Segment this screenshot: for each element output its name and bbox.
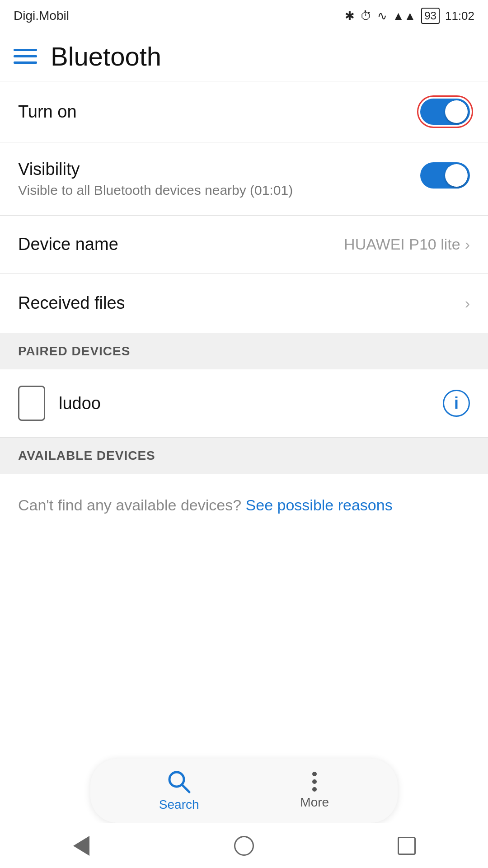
chevron-icon: › (465, 236, 470, 253)
app-bar: Bluetooth (0, 32, 488, 81)
nav-search-button[interactable]: Search (159, 769, 199, 812)
visibility-sublabel: Visible to all Bluetooth devices nearby … (18, 183, 293, 198)
bottom-nav-bar: Search More (90, 759, 398, 823)
see-possible-reasons-link[interactable]: See possible reasons (246, 496, 393, 514)
device-name-row[interactable]: Device name HUAWEI P10 lite › (0, 216, 488, 274)
visibility-label: Visibility (18, 160, 293, 179)
received-files-row[interactable]: Received files › (0, 274, 488, 333)
battery-indicator: 93 (421, 8, 440, 24)
home-button[interactable] (226, 828, 262, 864)
alarm-icon: ⏱ (360, 9, 372, 23)
home-icon (234, 836, 254, 856)
device-name-value: HUAWEI P10 lite › (344, 236, 470, 253)
back-button[interactable] (63, 828, 99, 864)
visibility-text-block: Visibility Visible to all Bluetooth devi… (18, 160, 293, 198)
more-icon (312, 772, 317, 792)
carrier-label: Digi.Mobil (14, 9, 69, 23)
no-devices-message: Can't find any available devices? See po… (0, 474, 488, 537)
visibility-toggle[interactable] (420, 162, 470, 189)
nav-more-button[interactable]: More (300, 772, 329, 810)
page-title: Bluetooth (51, 41, 161, 71)
received-files-label: Received files (18, 293, 125, 313)
signal-icon: ▲▲ (393, 9, 416, 23)
toggle-track-vis (420, 162, 470, 189)
paired-devices-section-header: PAIRED DEVICES (0, 333, 488, 369)
wifi-icon: ∿ (377, 9, 387, 23)
svg-line-1 (182, 785, 189, 792)
hamburger-menu-button[interactable] (14, 49, 37, 64)
time-label: 11:02 (445, 9, 474, 23)
status-icons: ✱ ⏱ ∿ ▲▲ 93 11:02 (345, 8, 474, 24)
toggle-thumb-vis (445, 164, 468, 187)
turn-on-row[interactable]: Turn on (0, 81, 488, 142)
status-bar: Digi.Mobil ✱ ⏱ ∿ ▲▲ 93 11:02 (0, 0, 488, 32)
recents-button[interactable] (389, 828, 425, 864)
back-icon (73, 836, 89, 856)
turn-on-toggle[interactable] (420, 99, 470, 125)
device-phone-icon (18, 386, 45, 421)
bluetooth-status-icon: ✱ (345, 9, 355, 23)
device-info-button[interactable]: i (443, 390, 470, 417)
received-chevron-icon: › (465, 294, 470, 312)
search-nav-label: Search (159, 797, 199, 812)
available-devices-section-header: AVAILABLE DEVICES (0, 438, 488, 474)
turn-on-label: Turn on (18, 102, 77, 122)
toggle-track (420, 99, 470, 125)
visibility-row[interactable]: Visibility Visible to all Bluetooth devi… (0, 142, 488, 216)
toggle-thumb (445, 100, 468, 123)
system-nav-bar (0, 823, 488, 868)
more-nav-label: More (300, 795, 329, 810)
search-icon (167, 769, 191, 794)
device-name-label: Device name (18, 235, 118, 254)
paired-device-name: ludoo (59, 394, 101, 413)
paired-device-item[interactable]: ludoo i (0, 369, 488, 438)
recents-icon (398, 837, 416, 855)
paired-device-left: ludoo (18, 386, 101, 421)
